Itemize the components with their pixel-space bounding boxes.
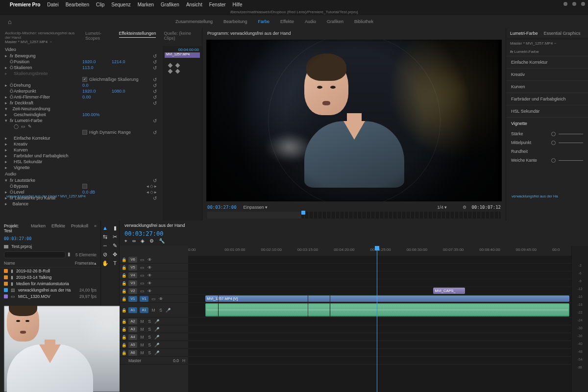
workspace-tab[interactable]: Grafiken [327,19,343,24]
timeline-canvas[interactable]: 0:0000:01:05:0000:02:10:0000:03:15:0000:… [188,246,571,392]
menu-ansicht[interactable]: Ansicht [186,2,202,7]
rate-stretch-tool-icon[interactable]: ⊘ [102,251,109,258]
menu-hilfe[interactable]: Hilfe [233,2,243,7]
project-file[interactable]: Test.prproj [0,243,100,250]
tab-lumetri-scopes[interactable]: Lumetri-Scopes [85,31,111,38]
prop-rotation[interactable]: ▸ÖDrehung0.0↺ [0,82,162,88]
folder-icon[interactable]: ▮ [68,251,71,258]
razor-tool-icon[interactable]: ✂ [112,233,119,240]
menu-sequenz[interactable]: Sequenz [111,2,130,7]
workspace-tab[interactable]: Zusammenstellung [175,19,213,24]
pen-tool-icon[interactable]: ✎ [112,242,119,249]
effect-volume[interactable]: ▾fxLautstärke↺ [0,177,162,183]
timeline-audio-clip[interactable] [205,303,569,317]
effect-lumetri[interactable]: ▾fxLumetri-Farbe↺ [0,118,162,123]
effect-opacity[interactable]: ▸fxDeckkraft↺ [0,100,162,106]
settings-icon[interactable]: ⚙ [149,238,154,244]
lumetri-group[interactable]: ▸Kurven [0,147,162,153]
linked-selection-icon[interactable]: ∞ [132,238,136,244]
kf-clip[interactable]: MVI_1257.MP4 [165,52,200,58]
effect-motion[interactable]: ▸fxBewegung↺ [0,53,162,59]
video-track-header[interactable]: 🔒V3▭👁 [120,279,188,287]
prop-bypass[interactable]: ÖBypass◂◇▸ [0,183,162,189]
workspace-tab[interactable]: Bibliothek [354,19,373,24]
project-item[interactable]: ▤verwacklungsfrei aus der Ha24,00 fps [0,287,100,293]
effect-channel-volume[interactable]: ▸fxLautstärke pro Kanal↺ [0,195,162,201]
program-monitor[interactable] [206,40,502,201]
master-track-header[interactable]: Master0.0H [120,357,188,365]
project-item[interactable]: ▮Medien für Animationstutoria [0,280,100,287]
video-track-header[interactable]: 🔒V5▭👁 [120,264,188,271]
tab-project[interactable]: Projekt: Test [4,223,25,233]
project-item[interactable]: ▮2019-03-14 Talking [0,274,100,280]
program-scrubber[interactable] [207,212,501,219]
window-controls[interactable] [564,2,585,6]
effect-time-remap[interactable]: ▾ Zeit-Neuzuordnung [0,106,162,112]
menu-grafiken[interactable]: Grafiken [161,2,179,7]
program-current-tc[interactable]: 00:03:27:00 [207,205,237,210]
ripple-tool-icon[interactable]: ⇆ [102,233,109,240]
audio-track-header[interactable]: 🔒A4MS🎤 [120,333,188,341]
wrench-icon[interactable]: 🔧 [159,238,165,244]
audio-track-header[interactable]: 🔒A6MS🎤 [120,349,188,357]
prop-anchor[interactable]: ÖAnkerpunkt1920.01080.0↺ [0,88,162,94]
prop-level[interactable]: ▸ÖLevel0.0 dB◂◇▸ [0,189,162,195]
project-item[interactable]: ▮2019-02-26 B-Roll [0,268,100,274]
sequence-tab[interactable]: verwacklungsfrei aus der Hand [124,223,185,228]
tab-markers[interactable]: Marken [31,223,46,233]
lumetri-group[interactable]: ▸Farbräder und Farbabgleich [0,153,162,159]
type-tool-icon[interactable]: T [112,260,119,267]
settings-icon[interactable]: ⚙ [463,205,466,210]
lumetri-group[interactable]: ▸Einfache Korrektur [0,135,162,141]
workspace-tab[interactable]: Effekte [280,19,294,24]
video-track-header[interactable]: 🔒V4▭👁 [120,271,188,279]
project-search-input[interactable] [4,251,66,258]
reset-icon[interactable]: ↺ [153,53,157,59]
mask-buttons[interactable]: ◯▭✎ [0,123,162,129]
timeline-clip[interactable]: MVI_1257.MP4 [V] [205,295,569,302]
slip-tool-icon[interactable]: ↔ [102,242,109,249]
timeline-playhead[interactable] [377,246,377,392]
audio-track-header[interactable]: 🔒A2MS🎤 [120,318,188,325]
overflow-icon[interactable]: » [94,223,97,233]
menu-fenster[interactable]: Fenster [209,2,226,7]
prop-scale[interactable]: ▸ÖSkalieren113.0↺ [0,65,162,71]
slide-tool-icon[interactable]: ✥ [112,251,119,258]
project-item[interactable]: ▭MICL_1320.MOV29,97 fps [0,293,100,299]
tab-effects[interactable]: Effekte [51,223,65,233]
audio-track-header[interactable]: 🔒A3MS🎤 [120,325,188,333]
prop-hdr[interactable]: High Dynamic Range↺ [0,129,162,135]
time-ruler[interactable]: 0:0000:01:05:0000:02:10:0000:03:15:0000:… [188,246,571,256]
lumetri-group[interactable]: ▸HSL Sekundär [0,159,162,165]
lumetri-group[interactable]: ▸Kreativ [0,141,162,147]
menu-clip[interactable]: Clip [96,2,104,7]
snap-icon[interactable]: ⌖ [124,238,127,244]
audio-track-header[interactable]: 🔒A1A1MS🎤 [120,303,188,318]
prop-speed[interactable]: ▸ Geschwindigkeit100.00% [0,112,162,118]
menu-marken[interactable]: Marken [138,2,154,7]
zoom-select[interactable]: Einpassen ▾ [244,205,268,210]
workspace-tab-active[interactable]: Farbe [258,19,270,24]
video-track-header[interactable]: 🔒V2▭👁 [120,287,188,295]
timeline-clip[interactable]: MVI_CAPS_ [433,288,465,294]
audio-track-header[interactable]: 🔒A5MS🎤 [120,341,188,349]
video-track-header[interactable]: 🔒V1V1▭👁 [120,295,188,303]
prop-uniform-scale[interactable]: Gleichmäßige Skalierung↺ [0,76,162,82]
tab-source[interactable]: Quelle: (keine Clips) [164,31,197,38]
hand-tool-icon[interactable]: ✋ [102,260,109,267]
workspace-tab[interactable]: Bearbeitung [223,19,247,24]
prop-position[interactable]: ÖPosition1920.01214.0↺ [0,59,162,65]
selection-tool-icon[interactable]: ▲ [102,224,109,231]
workspace-tab[interactable]: Audio [305,19,316,24]
tab-effect-controls[interactable]: Effekteinstellungen [119,31,156,38]
program-title[interactable]: Programm: verwacklungsfrei aus der Hand [202,28,506,39]
lumetri-group[interactable]: ▸Vignette [0,165,162,171]
marker-icon[interactable]: ◈ [141,238,145,244]
tab-history[interactable]: Protokoll [71,223,88,233]
playback-resolution[interactable]: 1/4 ▾ [437,205,447,210]
video-track-header[interactable]: 🔒V6▭👁 [120,256,188,264]
prop-antiflicker[interactable]: ▸ÖAnti-Flimmer-Filter0.00↺ [0,94,162,100]
track-select-tool-icon[interactable]: ▮ [112,224,119,231]
keyframe-timeline[interactable]: 00:04:00:00 MVI_1257.MP4 [163,46,202,220]
effect-balance[interactable]: ▸ Balance [0,201,162,207]
